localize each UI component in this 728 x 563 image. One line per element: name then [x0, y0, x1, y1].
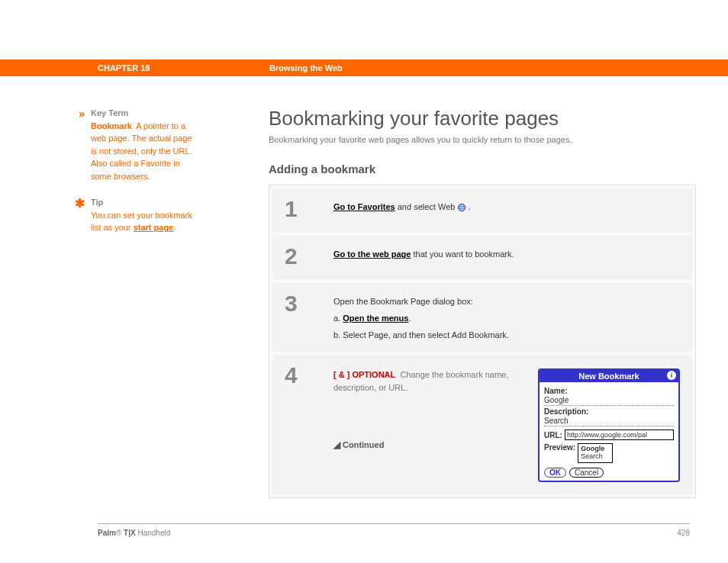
dialog-title: New Bookmark	[578, 372, 639, 381]
step-4: 4 [ & ] OPTIONAL Change the bookmark nam…	[272, 355, 692, 494]
preview-line1: Google	[581, 445, 604, 452]
ok-button[interactable]: OK	[544, 468, 566, 478]
step2-after: that you want to bookmark.	[411, 249, 514, 259]
step3-a-prefix: a.	[333, 314, 343, 323]
step3-b: b. Select Page, and then select Add Book…	[333, 330, 680, 339]
go-to-favorites-link[interactable]: Go to Favorites	[333, 202, 395, 211]
new-bookmark-dialog: New Bookmark i Name: Google Description:…	[538, 368, 680, 482]
open-the-menus-link[interactable]: Open the menus	[343, 314, 408, 323]
page-title: Bookmarking your favorite pages	[269, 107, 696, 130]
tip-label: Tip	[91, 196, 198, 209]
key-term-marker: »	[72, 107, 91, 182]
name-label: Name:	[544, 387, 674, 395]
preview-line2: Search	[581, 452, 603, 460]
main-content: Bookmarking your favorite pages Bookmark…	[269, 107, 696, 498]
start-page-link[interactable]: start page	[134, 223, 174, 232]
chapter-header: CHAPTER 18 Browsing the Web	[0, 60, 728, 76]
chapter-number: CHAPTER 18	[98, 63, 269, 72]
product-model: T|X	[121, 529, 135, 537]
key-term-label: Key Term	[91, 107, 198, 120]
step-number: 2	[285, 245, 333, 268]
step1-after: and select Web	[395, 202, 458, 211]
section-title: Adding a bookmark	[269, 162, 696, 175]
optional-tag: [ & ] OPTIONAL	[333, 370, 395, 379]
go-to-web-page-link[interactable]: Go to the web page	[333, 249, 411, 259]
name-field[interactable]: Google	[544, 395, 674, 406]
continued-arrow-icon: ◢	[333, 438, 340, 452]
product-tail: Handheld	[136, 529, 171, 537]
url-field[interactable]: http://www.google.com/pal	[565, 429, 674, 440]
step-number: 4	[285, 364, 333, 482]
step-number: 1	[285, 198, 333, 220]
sidebar: » Key Term Bookmark A pointer to a web p…	[72, 107, 244, 498]
info-icon[interactable]: i	[667, 371, 676, 380]
preview-label: Preview:	[544, 443, 575, 452]
page-number: 428	[677, 529, 690, 537]
step1-tail: .	[468, 202, 470, 211]
tip-marker: ✱	[72, 196, 91, 234]
key-term-note: » Key Term Bookmark A pointer to a web p…	[72, 107, 244, 182]
description-label: Description:	[544, 407, 674, 416]
product-bold: Palm	[98, 529, 116, 537]
step-1: 1 Go to Favorites and select Web .	[272, 188, 692, 233]
intro-text: Bookmarking your favorite web pages allo…	[269, 135, 696, 144]
page-footer: Palm® T|X Handheld 428	[98, 523, 690, 537]
dialog-titlebar: New Bookmark i	[540, 370, 678, 382]
product-name: Palm® T|X Handheld	[98, 529, 170, 537]
url-label: URL:	[544, 431, 562, 439]
tip-text-wrap: You can set your bookmark list as your s…	[91, 209, 198, 234]
continued-label: ◢Continued	[333, 438, 523, 452]
web-icon	[457, 203, 468, 212]
tip-note: ✱ Tip You can set your bookmark list as …	[72, 196, 244, 234]
description-field[interactable]: Search	[544, 416, 674, 426]
chapter-title: Browsing the Web	[269, 63, 343, 72]
step3-intro: Open the Bookmark Page dialog box:	[333, 297, 680, 306]
steps-container: 1 Go to Favorites and select Web . 2 Go …	[269, 185, 696, 498]
tip-after: .	[173, 223, 176, 232]
step-3: 3 Open the Bookmark Page dialog box: a. …	[272, 283, 692, 352]
cancel-button[interactable]: Cancel	[569, 468, 604, 478]
continued-text: Continued	[343, 440, 384, 449]
key-term-text: Bookmark A pointer to a web page. The ac…	[91, 120, 198, 183]
preview-box: Google Search	[578, 443, 613, 463]
step-2: 2 Go to the web page that you want to bo…	[272, 236, 692, 280]
key-term-term: Bookmark	[91, 121, 132, 130]
step-number: 3	[285, 292, 333, 339]
step3-a-tail: .	[408, 314, 411, 323]
